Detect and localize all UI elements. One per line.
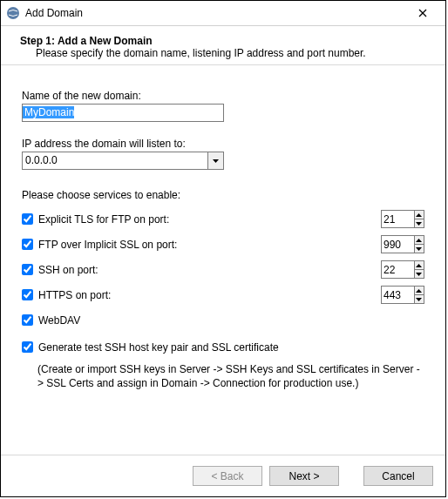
domain-name-field: Name of the new domain: MyDomain	[22, 90, 424, 122]
chevron-down-icon	[416, 273, 422, 276]
webdav-checkbox[interactable]	[22, 314, 33, 326]
ip-label: IP address the domain will listen to:	[22, 138, 424, 150]
ip-dropdown[interactable]: 0.0.0.0	[22, 152, 224, 170]
step-title: Step 1: Add a New Domain	[20, 35, 431, 47]
spinner-down[interactable]	[415, 294, 424, 303]
svg-marker-3	[213, 159, 219, 163]
domain-name-input[interactable]: MyDomain	[22, 104, 224, 122]
chevron-down-icon	[416, 222, 422, 226]
app-icon	[6, 6, 20, 20]
generate-ssh-row: Generate test SSH host key pair and SSL …	[22, 338, 424, 356]
spinner-up[interactable]	[415, 261, 424, 269]
svg-marker-8	[416, 264, 422, 267]
explicit-tls-label: Explicit TLS for FTP on port:	[38, 213, 381, 226]
close-button[interactable]	[405, 1, 440, 25]
implicit-ssl-port[interactable]	[381, 235, 424, 253]
chevron-down-icon	[416, 298, 422, 301]
wizard-header: Step 1: Add a New Domain Please specify …	[1, 26, 445, 65]
chevron-up-icon	[416, 239, 422, 242]
spinner-up[interactable]	[415, 287, 424, 294]
next-button[interactable]: Next >	[269, 466, 339, 486]
service-implicit-ssl: FTP over Implicit SSL on port:	[22, 235, 424, 253]
step-description: Please specify the domain name, listenin…	[20, 47, 431, 59]
svg-marker-5	[416, 222, 422, 226]
https-port[interactable]	[381, 286, 424, 304]
cancel-button[interactable]: Cancel	[363, 466, 433, 486]
wizard-button-bar: < Back Next > Cancel	[1, 455, 445, 496]
window-title: Add Domain	[25, 7, 405, 19]
https-checkbox[interactable]	[22, 289, 33, 300]
spinner-arrows[interactable]	[414, 211, 424, 227]
spinner-arrows[interactable]	[414, 287, 424, 303]
svg-marker-6	[416, 239, 422, 242]
service-explicit-tls: Explicit TLS for FTP on port:	[22, 210, 424, 228]
generate-ssh-note: (Create or import SSH keys in Server -> …	[22, 363, 424, 390]
spinner-down[interactable]	[415, 269, 424, 278]
service-webdav: WebDAV	[22, 311, 424, 329]
add-domain-window: Add Domain Step 1: Add a New Domain Plea…	[0, 0, 446, 497]
back-button[interactable]: < Back	[193, 466, 262, 486]
spinner-down[interactable]	[415, 244, 424, 253]
services-label: Please choose services to enable:	[22, 189, 424, 201]
spinner-up[interactable]	[415, 211, 424, 219]
svg-marker-7	[416, 247, 422, 251]
svg-marker-10	[416, 289, 422, 293]
close-icon	[418, 9, 427, 17]
generate-ssh-label: Generate test SSH host key pair and SSL …	[38, 341, 424, 354]
generate-ssh-checkbox[interactable]	[22, 341, 33, 353]
svg-marker-4	[416, 213, 422, 217]
ssh-port-input[interactable]	[382, 261, 414, 278]
ssh-label: SSH on port:	[38, 264, 381, 276]
explicit-tls-port-input[interactable]	[382, 211, 414, 227]
wizard-content: Name of the new domain: MyDomain IP addr…	[1, 65, 445, 455]
implicit-ssl-label: FTP over Implicit SSL on port:	[38, 239, 381, 251]
titlebar: Add Domain	[1, 1, 445, 26]
chevron-up-icon	[416, 213, 422, 217]
ssh-port[interactable]	[381, 260, 424, 279]
service-ssh: SSH on port:	[22, 260, 424, 279]
ip-value: 0.0.0.0	[23, 152, 207, 169]
spinner-arrows[interactable]	[414, 236, 424, 253]
ip-field: IP address the domain will listen to: 0.…	[22, 138, 424, 170]
dropdown-button[interactable]	[207, 152, 223, 169]
https-label: HTTPS on port:	[38, 289, 381, 301]
spinner-up[interactable]	[415, 236, 424, 244]
webdav-label: WebDAV	[38, 314, 424, 327]
chevron-up-icon	[416, 289, 422, 293]
explicit-tls-port[interactable]	[381, 210, 424, 228]
chevron-down-icon	[213, 159, 219, 163]
chevron-up-icon	[416, 264, 422, 267]
domain-name-label: Name of the new domain:	[22, 90, 424, 102]
chevron-down-icon	[416, 247, 422, 251]
spinner-down[interactable]	[415, 219, 424, 227]
svg-marker-9	[416, 273, 422, 276]
implicit-ssl-port-input[interactable]	[382, 236, 414, 253]
explicit-tls-checkbox[interactable]	[22, 213, 33, 225]
https-port-input[interactable]	[382, 287, 414, 303]
spinner-arrows[interactable]	[414, 261, 424, 278]
ssh-checkbox[interactable]	[22, 264, 33, 275]
service-https: HTTPS on port:	[22, 286, 424, 304]
svg-point-0	[7, 7, 19, 19]
svg-marker-11	[416, 298, 422, 301]
implicit-ssl-checkbox[interactable]	[22, 239, 33, 250]
